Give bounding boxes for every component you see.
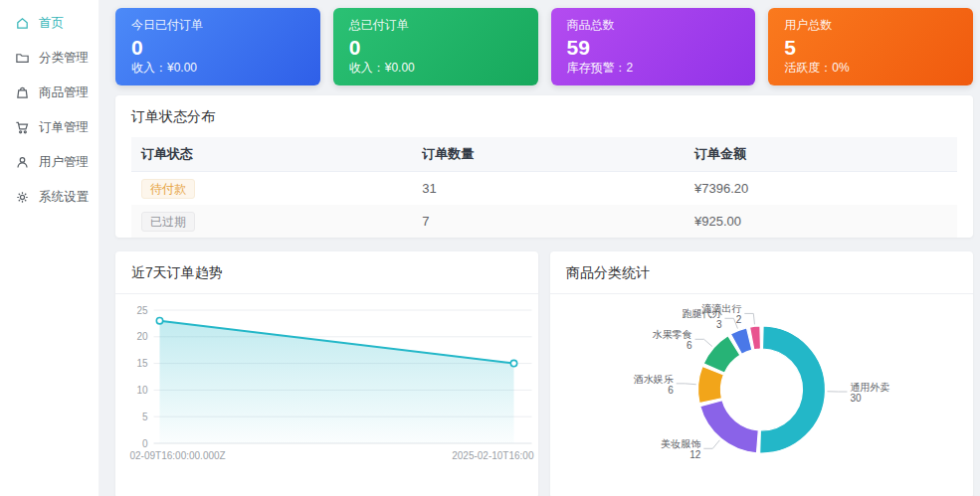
sidebar-item-label: 首页	[39, 15, 64, 32]
line-chart: 051015202502-09T16:00:00.000Z2025-02-10T…	[115, 294, 538, 496]
stat-card-value: 5	[784, 37, 957, 58]
main-content: 今日已付订单 0 收入：¥0.00 总已付订单 0 收入：¥0.00 商品总数 …	[99, 0, 980, 496]
stat-card-footer: 收入：¥0.00	[349, 60, 522, 77]
stat-card-user-total: 用户总数 5 活跃度：0%	[768, 8, 973, 85]
shopping-bag-icon	[15, 85, 30, 100]
svg-text:水果零食: 水果零食	[653, 329, 692, 340]
app-root: 首页 分类管理 商品管理 订单管理 用户管理	[0, 0, 980, 496]
stat-card-title: 总已付订单	[349, 17, 522, 34]
table-row: 待付款 31 ¥7396.20	[131, 172, 957, 205]
stat-card-value: 59	[567, 37, 740, 58]
order-amount: ¥925.00	[685, 208, 957, 235]
stat-card-footer: 库存预警：2	[567, 60, 740, 77]
svg-text:15: 15	[136, 358, 148, 369]
category-stats-panel: 商品分类统计 通用外卖30美妆服饰12酒水娱乐6水果零食6跑腿代办3滴滴出行2	[550, 251, 973, 496]
sidebar-item-label: 商品管理	[39, 84, 89, 101]
table-header-row: 订单状态 订单数量 订单金额	[131, 137, 957, 172]
column-header: 订单状态	[131, 137, 412, 171]
stat-card-product-total: 商品总数 59 库存预警：2	[551, 8, 756, 85]
user-icon	[15, 155, 30, 170]
stat-card-title: 用户总数	[784, 17, 957, 34]
svg-text:12: 12	[689, 449, 701, 460]
status-badge: 已过期	[141, 212, 195, 232]
svg-text:酒水娱乐: 酒水娱乐	[634, 374, 674, 385]
stat-card-title: 今日已付订单	[131, 17, 304, 34]
svg-text:2025-02-10T16:00: 2025-02-10T16:00	[452, 450, 534, 461]
svg-text:6: 6	[686, 340, 692, 351]
svg-text:滴滴出行: 滴滴出行	[701, 303, 741, 314]
stat-card-today-paid-orders: 今日已付订单 0 收入：¥0.00	[115, 8, 320, 85]
sidebar: 首页 分类管理 商品管理 订单管理 用户管理	[0, 0, 99, 496]
sidebar-item-settings[interactable]: 系统设置	[0, 180, 98, 215]
svg-text:6: 6	[668, 385, 674, 396]
svg-text:美妆服饰: 美妆服饰	[661, 438, 700, 449]
order-trend-panel: 近7天订单趋势 051015202502-09T16:00:00.000Z202…	[115, 251, 538, 496]
svg-text:10: 10	[136, 385, 148, 396]
sidebar-item-users[interactable]: 用户管理	[0, 145, 98, 180]
table-row: 已过期 7 ¥925.00	[131, 205, 957, 238]
panel-title: 订单状态分布	[115, 95, 973, 137]
order-count: 31	[412, 175, 685, 202]
status-badge: 待付款	[141, 179, 195, 199]
svg-text:5: 5	[142, 412, 148, 422]
column-header: 订单金额	[685, 137, 957, 171]
table-body: 待付款 31 ¥7396.20 已过期 7 ¥925.00	[131, 172, 957, 238]
stat-card-value: 0	[131, 37, 304, 58]
cart-icon	[15, 120, 30, 135]
home-icon	[15, 16, 30, 31]
panel-title: 近7天订单趋势	[115, 251, 538, 294]
svg-text:02-09T16:00:00.000Z: 02-09T16:00:00.000Z	[130, 450, 226, 461]
sidebar-item-label: 系统设置	[39, 189, 89, 206]
svg-text:3: 3	[716, 319, 722, 330]
stat-card-value: 0	[349, 37, 522, 58]
stat-card-total-paid-orders: 总已付订单 0 收入：¥0.00	[333, 8, 538, 85]
svg-text:2: 2	[736, 314, 742, 325]
panel-title: 商品分类统计	[550, 251, 973, 294]
svg-text:20: 20	[136, 331, 148, 342]
order-count: 7	[412, 208, 685, 235]
doughnut-chart: 通用外卖30美妆服饰12酒水娱乐6水果零食6跑腿代办3滴滴出行2	[550, 294, 973, 496]
svg-text:30: 30	[850, 393, 862, 404]
svg-text:0: 0	[142, 438, 148, 449]
column-header: 订单数量	[412, 137, 685, 171]
stat-cards: 今日已付订单 0 收入：¥0.00 总已付订单 0 收入：¥0.00 商品总数 …	[115, 8, 973, 85]
order-amount: ¥7396.20	[685, 175, 957, 202]
folder-icon	[15, 51, 30, 66]
order-status-table: 订单状态 订单数量 订单金额 待付款 31 ¥7396.20 已过期 7 ¥92…	[131, 137, 957, 238]
gear-icon	[15, 190, 30, 205]
sidebar-item-home[interactable]: 首页	[0, 6, 98, 41]
doughnut-chart-svg: 通用外卖30美妆服饰12酒水娱乐6水果零食6跑腿代办3滴滴出行2	[550, 294, 973, 496]
sidebar-item-products[interactable]: 商品管理	[0, 76, 98, 110]
svg-text:25: 25	[136, 305, 148, 316]
sidebar-item-label: 用户管理	[39, 154, 89, 171]
svg-text:通用外卖: 通用外卖	[850, 382, 889, 393]
line-chart-svg: 051015202502-09T16:00:00.000Z2025-02-10T…	[115, 294, 538, 496]
sidebar-item-categories[interactable]: 分类管理	[0, 41, 98, 76]
sidebar-item-orders[interactable]: 订单管理	[0, 110, 98, 145]
stat-card-title: 商品总数	[567, 17, 740, 34]
stat-card-footer: 收入：¥0.00	[131, 60, 304, 77]
sidebar-item-label: 分类管理	[39, 50, 89, 67]
sidebar-item-label: 订单管理	[39, 119, 89, 136]
bottom-charts: 近7天订单趋势 051015202502-09T16:00:00.000Z202…	[115, 251, 973, 496]
stat-card-footer: 活跃度：0%	[784, 60, 957, 77]
order-status-panel: 订单状态分布 订单状态 订单数量 订单金额 待付款 31 ¥7396.20 已过…	[115, 95, 973, 238]
